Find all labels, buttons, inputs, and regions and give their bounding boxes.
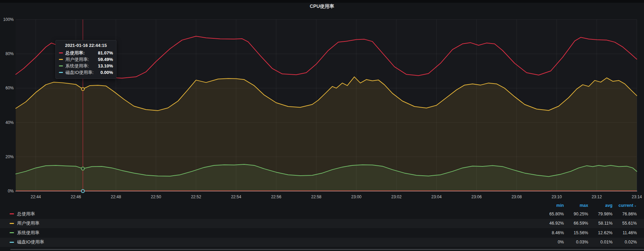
legend-value-current: 11.46% xyxy=(613,230,637,235)
legend-value-avg: 58.11% xyxy=(588,221,613,226)
x-axis-label: 22:56 xyxy=(271,194,281,199)
series-color-dash-icon[interactable] xyxy=(10,232,14,233)
series-color-dash-icon[interactable] xyxy=(10,213,14,214)
legend-value-max: 0.03% xyxy=(564,240,588,244)
x-axis-label: 23:02 xyxy=(391,194,402,199)
tooltip-series-label: 用户使用率: xyxy=(65,57,98,63)
series-color-dash-icon xyxy=(59,52,63,53)
x-axis-label: 23:14 xyxy=(632,194,642,199)
series-color-dash-icon xyxy=(59,65,63,66)
x-axis-label: 22:44 xyxy=(31,194,41,199)
legend: minmaxavgcurrent⌄ 总使用率65.80%90.25%79.98%… xyxy=(0,201,644,247)
x-axis-label: 23:04 xyxy=(431,194,442,199)
series-color-dash-icon[interactable] xyxy=(10,223,14,224)
tooltip-series-value: 13.10% xyxy=(98,63,113,68)
legend-series-label[interactable]: 磁盘IO使用率 xyxy=(17,239,540,245)
legend-header-max[interactable]: max xyxy=(564,203,588,208)
horizontal-scrollbar[interactable] xyxy=(10,249,644,250)
legend-header-current[interactable]: current⌄ xyxy=(613,203,637,208)
legend-header-min[interactable]: min xyxy=(540,203,564,208)
hover-point-系统使用率 xyxy=(81,167,85,170)
x-axis-label: 23:08 xyxy=(512,194,522,199)
series-color-dash-icon xyxy=(59,72,63,73)
tooltip-timestamp: 2021-01-16 22:44:15 xyxy=(59,43,113,48)
tooltip-row: 磁盘IO使用率:0.00% xyxy=(59,69,113,76)
x-axis-label: 22:52 xyxy=(191,194,201,199)
grafana-panel: CPU使用率 100%80%60%40%20%0% 22:4422:4622:4… xyxy=(0,0,644,251)
legend-value-current: 0.02% xyxy=(613,240,637,244)
x-axis-label: 22:54 xyxy=(231,194,241,199)
x-axis-label: 22:46 xyxy=(71,194,81,199)
hover-point-用户使用率 xyxy=(81,87,85,90)
tooltip-series-label: 总使用率: xyxy=(65,50,98,56)
legend-value-avg: 12.62% xyxy=(588,230,613,235)
y-axis-label: 100% xyxy=(0,17,14,22)
legend-value-min: 46.92% xyxy=(540,221,564,226)
legend-header-avg[interactable]: avg xyxy=(588,203,613,208)
tooltip-rows: 总使用率:81.07%用户使用率:59.49%系统使用率:13.10%磁盘IO使… xyxy=(59,50,113,76)
legend-series-label[interactable]: 用户使用率 xyxy=(17,220,540,226)
tooltip-series-value: 81.07% xyxy=(98,50,113,55)
panel-title[interactable]: CPU使用率 xyxy=(0,3,644,10)
legend-value-min: 65.80% xyxy=(540,212,564,216)
legend-value-avg: 79.98% xyxy=(588,212,613,216)
legend-value-max: 90.25% xyxy=(564,212,588,216)
legend-series-label[interactable]: 总使用率 xyxy=(17,211,540,217)
x-axis-label: 23:00 xyxy=(351,194,362,199)
x-axis-label: 22:50 xyxy=(151,194,161,199)
legend-value-max: 66.59% xyxy=(564,221,588,226)
sort-caret-down-icon: ⌄ xyxy=(634,203,637,207)
legend-value-max: 15.56% xyxy=(564,230,588,235)
legend-value-min: 0% xyxy=(540,240,564,244)
tooltip-series-label: 磁盘IO使用率: xyxy=(65,70,100,76)
tooltip-series-label: 系统使用率: xyxy=(65,63,98,69)
y-axis-label: 40% xyxy=(0,120,14,125)
plot-svg xyxy=(0,0,644,201)
cpu-usage-chart[interactable]: 100%80%60%40%20%0% 22:4422:4622:4822:502… xyxy=(0,0,644,201)
tooltip-row: 系统使用率:13.10% xyxy=(59,63,113,69)
hover-point-磁盘IO使用率 xyxy=(81,190,85,193)
chart-tooltip: 2021-01-16 22:44:15 总使用率:81.07%用户使用率:59.… xyxy=(55,40,116,79)
x-axis-label: 23:12 xyxy=(592,194,602,199)
tooltip-series-value: 59.49% xyxy=(98,57,113,62)
tooltip-row: 总使用率:81.07% xyxy=(59,50,113,56)
legend-header: minmaxavgcurrent⌄ xyxy=(0,201,644,209)
legend-value-current: 55.61% xyxy=(613,221,637,226)
y-axis-label: 80% xyxy=(0,51,14,56)
series-color-dash-icon xyxy=(59,59,63,60)
legend-row: 磁盘IO使用率0%0.03%0.01%0.02% xyxy=(0,238,644,247)
series-color-dash-icon[interactable] xyxy=(10,242,14,243)
legend-value-min: 8.46% xyxy=(540,230,564,235)
legend-value-avg: 0.01% xyxy=(588,240,613,244)
tooltip-series-value: 0.00% xyxy=(100,70,113,75)
legend-value-current: 76.86% xyxy=(613,212,637,216)
y-axis-label: 20% xyxy=(0,154,14,159)
legend-series-label[interactable]: 系统使用率 xyxy=(17,230,540,236)
x-axis-label: 23:06 xyxy=(471,194,482,199)
legend-rows: 总使用率65.80%90.25%79.98%76.86%用户使用率46.92%6… xyxy=(0,209,644,247)
legend-row: 用户使用率46.92%66.59%58.11%55.61% xyxy=(0,219,644,228)
legend-row: 总使用率65.80%90.25%79.98%76.86% xyxy=(0,209,644,219)
y-axis-label: 60% xyxy=(0,86,14,90)
x-axis-label: 22:48 xyxy=(111,194,121,199)
legend-row: 系统使用率8.46%15.56%12.62%11.46% xyxy=(0,228,644,238)
x-axis-label: 22:58 xyxy=(311,194,321,199)
y-axis-label: 0% xyxy=(0,189,14,193)
x-axis-label: 23:10 xyxy=(552,194,562,199)
tooltip-row: 用户使用率:59.49% xyxy=(59,56,113,63)
